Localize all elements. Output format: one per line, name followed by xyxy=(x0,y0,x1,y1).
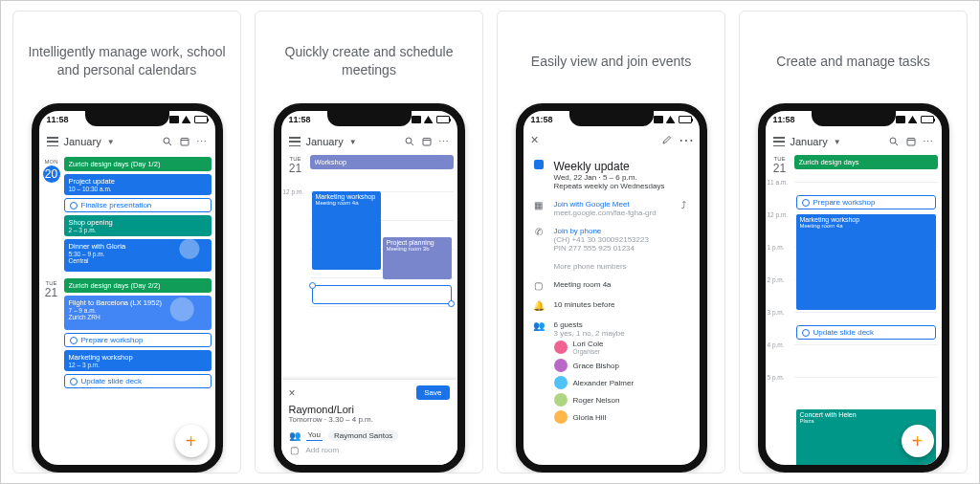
more-phones[interactable]: More phone numbers xyxy=(554,262,690,271)
event-subtitle: Zurich ZRH xyxy=(69,314,207,320)
guest-row[interactable]: Grace Bishop xyxy=(554,357,690,374)
event-chip[interactable]: Marketing workshop12 – 3 p.m. xyxy=(64,350,212,371)
today-icon[interactable] xyxy=(905,136,917,147)
event-block[interactable]: Project planningMeeting room 3b xyxy=(383,237,452,279)
today-icon[interactable] xyxy=(179,136,190,147)
month-dropdown[interactable]: January xyxy=(306,136,344,147)
app-bar: January ▼ ⋯ xyxy=(281,128,457,155)
overflow-icon[interactable]: ⋯ xyxy=(196,136,208,147)
status-time: 11:58 xyxy=(531,115,553,124)
add-room-button[interactable]: Add room xyxy=(306,446,340,454)
event-chip[interactable]: Project update10 – 10:30 a.m. xyxy=(64,174,212,195)
wifi-icon xyxy=(666,116,676,123)
guest-chip[interactable]: You xyxy=(306,429,323,441)
overflow-icon[interactable]: ⋯ xyxy=(438,136,450,147)
signal-icon xyxy=(169,116,179,123)
save-button[interactable]: Save xyxy=(416,385,449,400)
battery-icon xyxy=(921,116,934,123)
battery-icon xyxy=(436,116,450,123)
meet-icon: ▦ xyxy=(533,200,545,210)
share-icon[interactable]: ⤴ xyxy=(679,200,690,210)
guest-row[interactable]: Gloria Hill xyxy=(554,408,690,426)
wifi-icon xyxy=(908,116,918,123)
app-bar: January ▼ ⋯ xyxy=(766,128,942,155)
task-chip[interactable]: Finalise presentation xyxy=(64,198,212,212)
menu-icon[interactable] xyxy=(47,137,58,146)
join-meet-link[interactable]: Join with Google Meet xyxy=(554,200,669,209)
battery-icon xyxy=(679,116,692,123)
notch xyxy=(812,111,896,126)
event-subtitle: 10 – 10:30 a.m. xyxy=(69,186,207,192)
plus-icon: + xyxy=(912,430,924,452)
task-chip[interactable]: Update slide deck xyxy=(64,374,212,388)
event-title: Zurich design days xyxy=(799,158,933,166)
fab-create[interactable]: + xyxy=(902,425,934,457)
event-title: Workshop xyxy=(315,158,449,166)
month-dropdown[interactable]: January xyxy=(64,136,101,147)
day-view[interactable]: TUE 21 Zurich design days 11 a.m. 12 p.m… xyxy=(766,155,942,465)
event-title: Flight to Barcelona (LX 1952) xyxy=(69,298,207,307)
avatar xyxy=(554,410,568,424)
event-chip[interactable]: Zurich design days (Day 2/2) xyxy=(64,278,212,293)
event-detail[interactable]: Weekly update Wed, 22 Jan · 5 – 6 p.m. R… xyxy=(523,151,700,465)
people-icon: 👥 xyxy=(533,320,545,331)
event-chip[interactable]: Flight to Barcelona (LX 1952) 7 – 9 a.m.… xyxy=(64,296,212,330)
caption: Quickly create and schedule meetings xyxy=(256,11,482,103)
notch xyxy=(569,111,654,126)
phone-frame: 11:58 January ▼ ⋯ MON xyxy=(32,103,223,473)
close-icon[interactable]: × xyxy=(531,132,539,147)
status-icons xyxy=(896,116,934,123)
guest-row[interactable]: Alexander Palmer xyxy=(554,374,690,391)
status-time: 11:58 xyxy=(289,115,311,124)
search-icon[interactable] xyxy=(162,136,173,147)
avatar xyxy=(554,359,568,372)
meet-url: meet.google.com/fae-fgha-grd xyxy=(554,209,669,217)
battery-icon xyxy=(194,116,208,123)
guest-row[interactable]: Roger Nelson xyxy=(554,391,690,408)
menu-icon[interactable] xyxy=(289,137,301,146)
menu-icon[interactable] xyxy=(773,137,785,146)
phone-frame: 11:58 × ⋯ Weekly update Wed, 22 Jan · 5 … xyxy=(516,103,707,473)
drag-handle-icon[interactable] xyxy=(309,282,316,289)
guest-chip[interactable]: Raymond Santos xyxy=(328,430,398,441)
today-icon[interactable] xyxy=(421,136,433,147)
new-event-drag[interactable] xyxy=(312,285,452,304)
drag-handle-icon[interactable] xyxy=(448,300,455,307)
task-ring-icon xyxy=(70,378,78,385)
join-phone-link[interactable]: Join by phone xyxy=(554,227,690,235)
search-icon[interactable] xyxy=(404,136,415,147)
guests-title: 6 guests xyxy=(554,320,690,329)
event-block[interactable]: Marketing workshopMeeting room 4a xyxy=(312,191,381,270)
guest-name: Grace Bishop xyxy=(573,362,619,370)
svg-rect-6 xyxy=(423,139,431,146)
guest-row[interactable]: Lori ColeOrganiser xyxy=(554,338,690,357)
wifi-icon xyxy=(182,116,191,123)
close-icon[interactable]: × xyxy=(289,386,296,400)
event-block[interactable]: Marketing workshopMeeting room 4a xyxy=(796,214,936,310)
task-chip[interactable]: Prepare workshop xyxy=(796,195,936,209)
event-chip[interactable]: Shop opening2 – 3 p.m. xyxy=(64,215,212,236)
bell-icon: 🔔 xyxy=(533,300,545,311)
edit-icon[interactable] xyxy=(661,134,673,145)
task-chip[interactable]: Update slide deck xyxy=(796,325,936,340)
search-icon[interactable] xyxy=(888,136,900,147)
svg-point-4 xyxy=(406,138,412,143)
day-view[interactable]: TUE 21 Workshop 12 p.m. Marketing worksh… xyxy=(281,155,457,465)
overflow-icon[interactable]: ⋯ xyxy=(680,134,692,145)
event-chip[interactable]: Dinner with Gloria 5:30 – 9 p.m. Central xyxy=(64,239,212,272)
task-title: Prepare workshop xyxy=(81,336,144,344)
allday-event[interactable]: Workshop xyxy=(310,155,454,169)
fab-create[interactable]: + xyxy=(175,425,208,457)
allday-event[interactable]: Zurich design days xyxy=(794,155,938,169)
schedule-view[interactable]: MON 20 Zurich design days (Day 1/2) Proj… xyxy=(39,155,215,465)
dow: MON xyxy=(39,159,64,165)
overflow-icon[interactable]: ⋯ xyxy=(923,136,934,147)
caption: Create and manage tasks xyxy=(765,11,941,103)
caption: Intelligently manage work, school and pe… xyxy=(13,11,240,103)
promo-card: Create and manage tasks 11:58 January ▼ … xyxy=(739,11,968,473)
sheet-title[interactable]: Raymond/Lori xyxy=(289,404,450,415)
event-chip[interactable]: Zurich design days (Day 1/2) xyxy=(64,157,212,171)
hour-label: 3 p.m. xyxy=(768,309,785,316)
month-dropdown[interactable]: January xyxy=(791,136,828,147)
task-chip[interactable]: Prepare workshop xyxy=(64,333,212,347)
